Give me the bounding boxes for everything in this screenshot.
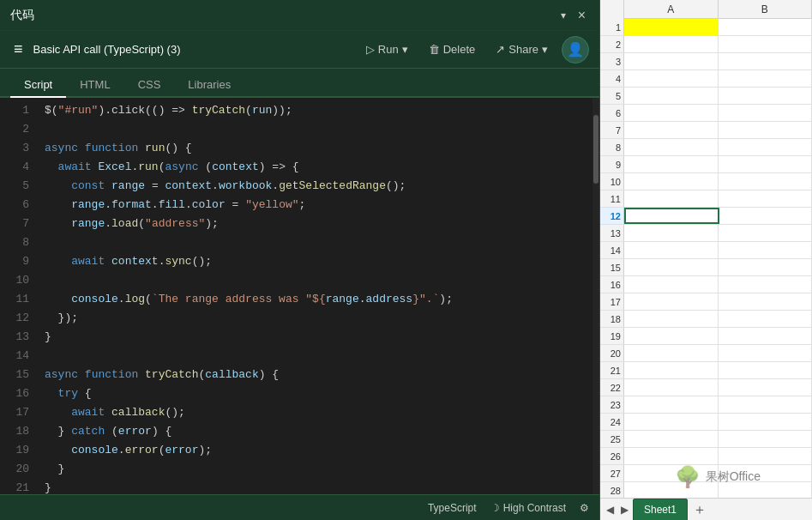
code-line-14 — [38, 347, 592, 366]
table-row: 22 — [600, 379, 812, 396]
run-button[interactable]: ▷ Run ▾ — [359, 39, 415, 59]
sheet-grid: 1 2 3 4 5 6 7 8 9 10 11 12 13 14 15 16 1… — [600, 19, 812, 498]
panel-title: 代码 — [10, 8, 34, 23]
code-line-13: } — [38, 328, 592, 347]
contrast-status[interactable]: ☽ High Contrast — [490, 502, 566, 514]
col-header-b: B — [719, 0, 813, 18]
tab-css[interactable]: CSS — [124, 73, 175, 98]
run-label: Run — [378, 43, 399, 56]
code-line-2 — [38, 120, 592, 139]
code-line-4: await Excel.run(async (context) => { — [38, 158, 592, 177]
delete-icon: 🗑 — [429, 43, 440, 56]
sheet-tabs: ◀ ▶ Sheet1 ＋ — [600, 498, 812, 520]
code-content[interactable]: $("#run").click(() => tryCatch(run)); as… — [38, 98, 592, 494]
language-label: TypeScript — [428, 502, 477, 514]
table-row: 21 — [600, 362, 812, 379]
table-row: 15 — [600, 259, 812, 276]
corner-cell — [600, 0, 624, 19]
code-line-12: }); — [38, 309, 592, 328]
table-row: 12 — [600, 208, 812, 225]
table-row: 5 — [600, 88, 812, 105]
cell-b2[interactable] — [719, 36, 813, 52]
sheet-tab-sheet1[interactable]: Sheet1 — [633, 499, 688, 521]
share-button[interactable]: ↗ Share ▾ — [489, 39, 555, 59]
table-row: 18 — [600, 311, 812, 328]
sheet-nav-next[interactable]: ▶ — [618, 504, 631, 516]
table-row: 19 — [600, 328, 812, 345]
sheet-nav-prev[interactable]: ◀ — [604, 504, 617, 516]
tab-script[interactable]: Script — [10, 73, 66, 98]
column-headers: A B — [600, 0, 812, 19]
user-icon: 👤 — [567, 41, 584, 57]
code-line-9: await context.sync(); — [38, 252, 592, 271]
table-row: 20 — [600, 345, 812, 362]
line-numbers: 12345 678910 1112131415 1617181920 2122 — [0, 98, 38, 494]
code-line-7: range.load("address"); — [38, 215, 592, 233]
table-row: 1 — [600, 19, 812, 36]
menu-button[interactable]: ≡ — [10, 40, 27, 58]
scroll-thumb[interactable] — [593, 115, 598, 184]
table-row: 2 — [600, 36, 812, 53]
title-bar: 代码 ▾ × — [0, 0, 599, 31]
cell-a1[interactable] — [624, 19, 719, 35]
add-sheet-button[interactable]: ＋ — [689, 501, 710, 518]
table-row: 7 — [600, 122, 812, 139]
code-line-6: range.format.fill.color = "yellow"; — [38, 196, 592, 215]
table-row: 11 — [600, 190, 812, 208]
status-bar: TypeScript ☽ High Contrast ⚙ — [0, 494, 599, 520]
table-row: 16 — [600, 276, 812, 293]
toolbar: ≡ Basic API call (TypeScript) (3) ▷ Run … — [0, 31, 599, 69]
title-bar-left: 代码 — [10, 8, 34, 23]
settings-icon: ⚙ — [580, 502, 589, 514]
code-line-20: } — [38, 460, 592, 479]
active-row-num: 12 — [600, 208, 624, 224]
share-dropdown-icon: ▾ — [542, 43, 548, 56]
user-avatar[interactable]: 👤 — [562, 36, 589, 63]
table-row: 9 — [600, 156, 812, 173]
cell-a2[interactable] — [624, 36, 719, 52]
table-row: 17 — [600, 293, 812, 311]
tab-html[interactable]: HTML — [66, 73, 123, 98]
settings-status[interactable]: ⚙ — [580, 502, 589, 514]
cell-a3[interactable] — [624, 53, 719, 70]
code-line-18: } catch (error) { — [38, 422, 592, 441]
code-line-21: } — [38, 479, 592, 494]
contrast-label: High Contrast — [503, 502, 566, 514]
code-panel: 代码 ▾ × ≡ Basic API call (TypeScript) (3)… — [0, 0, 600, 520]
table-row: 24 — [600, 414, 812, 431]
language-status[interactable]: TypeScript — [428, 502, 477, 514]
scroll-indicator — [592, 98, 599, 494]
title-bar-right: ▾ × — [557, 8, 589, 23]
cell-a4[interactable] — [624, 70, 719, 87]
share-icon: ↗ — [496, 43, 505, 56]
contrast-icon: ☽ — [490, 502, 500, 514]
table-row: 10 — [600, 173, 812, 190]
tab-libraries[interactable]: Libraries — [174, 73, 244, 98]
code-line-15: async function tryCatch(callback) { — [38, 366, 592, 384]
title-close-button[interactable]: × — [574, 8, 589, 23]
table-row: 23 — [600, 396, 812, 414]
sheet-panel: A B 1 2 3 4 5 6 7 8 9 10 11 12 13 14 15 … — [600, 0, 812, 520]
table-row: 26 — [600, 448, 812, 465]
run-arrow-icon: ▷ — [366, 43, 375, 56]
table-row: 4 — [600, 70, 812, 88]
code-line-16: try { — [38, 384, 592, 403]
cell-b1[interactable] — [719, 19, 813, 35]
title-dropdown-button[interactable]: ▾ — [557, 9, 569, 21]
col-header-a: A — [624, 0, 719, 18]
sheet-nav: ◀ ▶ — [604, 504, 631, 516]
table-row: 14 — [600, 242, 812, 259]
code-line-10 — [38, 271, 592, 290]
code-line-3: async function run() { — [38, 139, 592, 158]
code-line-1: $("#run").click(() => tryCatch(run)); — [38, 101, 592, 120]
table-row: 28 — [600, 482, 812, 498]
tabs-bar: Script HTML CSS Libraries — [0, 69, 599, 98]
status-bar-right: TypeScript ☽ High Contrast ⚙ — [428, 502, 589, 514]
table-row: 25 — [600, 431, 812, 448]
delete-button[interactable]: 🗑 Delete — [422, 39, 483, 59]
cell-a12-active[interactable] — [624, 208, 719, 224]
share-label: Share — [508, 43, 538, 56]
row-num-1: 1 — [600, 19, 624, 35]
code-line-11: console.log(`The range address was "${ra… — [38, 290, 592, 309]
code-line-5: const range = context.workbook.getSelect… — [38, 177, 592, 196]
